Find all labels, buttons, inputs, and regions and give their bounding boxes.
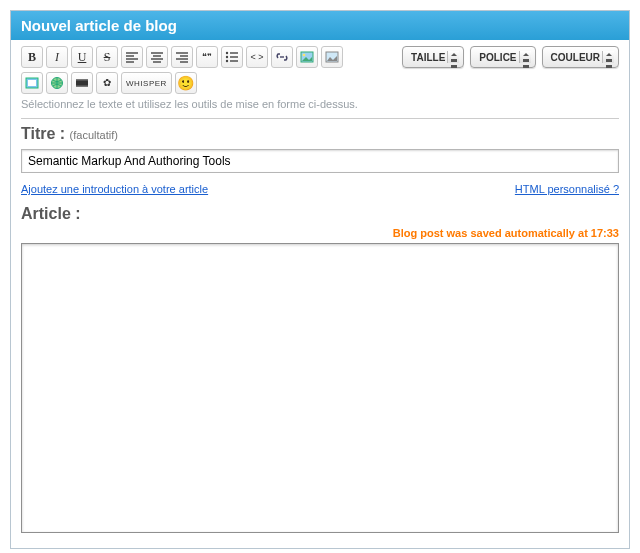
panel-body: B I U S ❝❞ < > [11, 40, 629, 548]
article-label: Article : [21, 201, 619, 225]
font-family-select[interactable]: POLICE [470, 46, 535, 68]
title-section-header: Titre : (facultatif) [21, 118, 619, 145]
font-family-label: POLICE [479, 52, 516, 63]
formatting-toolbar-row-2: ✿ WHISPER 🙂 [21, 72, 619, 94]
autosave-status: Blog post was saved automatically at 17:… [21, 225, 619, 243]
text-color-label: COULEUR [551, 52, 600, 63]
whisper-button[interactable]: WHISPER [121, 72, 172, 94]
bullet-list-button[interactable] [221, 46, 243, 68]
svg-point-12 [226, 52, 228, 54]
strikethrough-button[interactable]: S [96, 46, 118, 68]
bold-button[interactable]: B [21, 46, 43, 68]
insert-special-button[interactable]: ✿ [96, 72, 118, 94]
panel-title: Nouvel article de blog [11, 11, 629, 40]
smiley-icon: 🙂 [177, 75, 194, 91]
code-button[interactable]: < > [246, 46, 268, 68]
article-body-editor[interactable] [21, 243, 619, 533]
svg-rect-27 [76, 86, 88, 88]
title-label: Titre : [21, 125, 65, 142]
insert-image-button[interactable] [296, 46, 318, 68]
insert-web-button[interactable] [46, 72, 68, 94]
align-right-button[interactable] [171, 46, 193, 68]
align-left-button[interactable] [121, 46, 143, 68]
insert-video-button[interactable] [71, 72, 93, 94]
insert-photo-button[interactable] [21, 72, 43, 94]
align-center-button[interactable] [146, 46, 168, 68]
formatting-toolbar-row-1: B I U S ❝❞ < > [21, 46, 619, 68]
title-input[interactable] [21, 149, 619, 173]
title-hint: (facultatif) [70, 129, 118, 141]
text-size-select[interactable]: TAILLE [402, 46, 464, 68]
svg-point-13 [226, 56, 228, 58]
blog-editor-panel: Nouvel article de blog B I U S ❝❞ < > [10, 10, 630, 549]
text-size-label: TAILLE [411, 52, 445, 63]
svg-point-20 [303, 54, 306, 57]
underline-button[interactable]: U [71, 46, 93, 68]
links-row: Ajoutez une introduction à votre article… [21, 183, 619, 201]
quote-button[interactable]: ❝❞ [196, 46, 218, 68]
add-intro-link[interactable]: Ajoutez une introduction à votre article [21, 183, 208, 195]
svg-rect-23 [28, 80, 36, 86]
link-button[interactable] [271, 46, 293, 68]
svg-rect-26 [76, 79, 88, 81]
custom-html-link[interactable]: HTML personnalisé ? [515, 183, 619, 195]
insert-image-alt-button[interactable] [321, 46, 343, 68]
italic-button[interactable]: I [46, 46, 68, 68]
smiley-button[interactable]: 🙂 [175, 72, 197, 94]
toolbar-help-text: Sélectionnez le texte et utilisez les ou… [21, 94, 619, 118]
text-color-select[interactable]: COULEUR [542, 46, 619, 68]
svg-point-14 [226, 60, 228, 62]
